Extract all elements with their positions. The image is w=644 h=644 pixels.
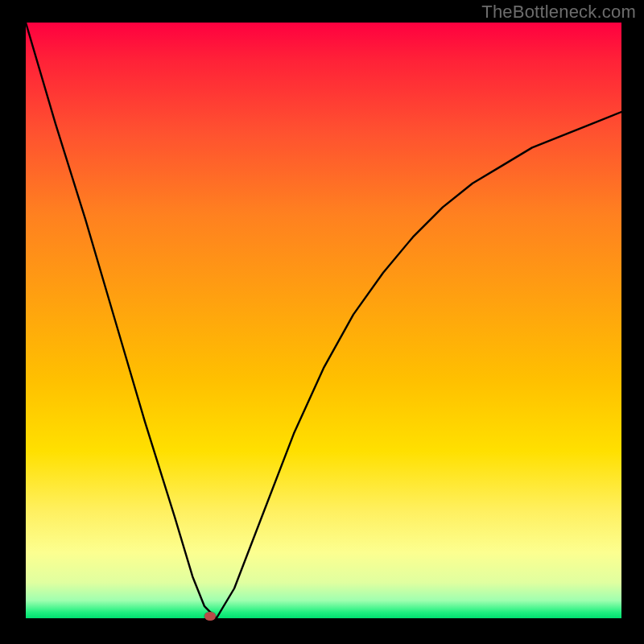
chart-frame: TheBottleneck.com bbox=[0, 0, 644, 644]
watermark-text: TheBottleneck.com bbox=[481, 2, 636, 23]
plot-area bbox=[26, 23, 621, 618]
bottleneck-curve bbox=[26, 23, 621, 618]
optimal-point-marker bbox=[204, 612, 216, 621]
